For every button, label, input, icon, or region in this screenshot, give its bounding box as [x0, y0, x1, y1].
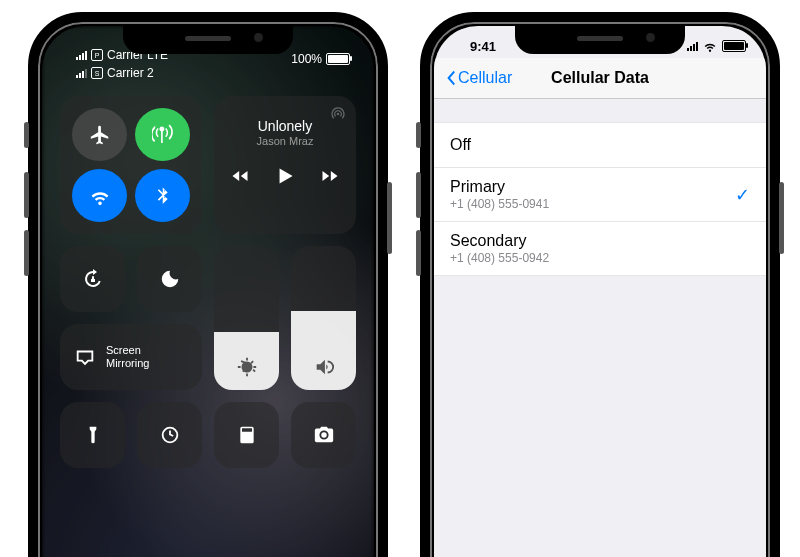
calculator-icon [237, 424, 257, 446]
volume-down-button [24, 230, 29, 276]
timer-button[interactable] [137, 402, 202, 468]
option-off[interactable]: Off [434, 122, 766, 168]
option-label: Primary [450, 178, 750, 196]
bluetooth-icon [152, 185, 174, 207]
wifi-button[interactable] [72, 169, 127, 222]
cellular-data-options: Off Primary +1 (408) 555-0941 ✓ Secondar… [434, 122, 766, 276]
airplay-audio-icon [330, 106, 346, 122]
calculator-button[interactable] [214, 402, 279, 468]
play-button[interactable] [272, 163, 298, 189]
signal-bars-primary [76, 50, 87, 60]
airplane-mode-button[interactable] [72, 108, 127, 161]
phone-control-center: P Carrier LTE S Carrier 2 100% [28, 12, 388, 557]
next-track-button[interactable] [320, 166, 340, 186]
now-playing-artist: Jason Mraz [226, 135, 344, 147]
screen-mirroring-label: Screen Mirroring [106, 344, 149, 370]
prev-track-button[interactable] [230, 166, 250, 186]
nav-bar: Cellular Cellular Data [434, 58, 766, 99]
cellular-data-button[interactable] [135, 108, 190, 161]
do-not-disturb-button[interactable] [137, 246, 202, 312]
option-number: +1 (408) 555-0942 [450, 251, 750, 265]
orientation-lock-button[interactable] [60, 246, 125, 312]
option-label: Off [450, 136, 750, 154]
battery-icon [326, 53, 350, 65]
carrier-secondary-label: Carrier 2 [107, 66, 154, 80]
volume-slider[interactable] [291, 246, 356, 390]
option-primary[interactable]: Primary +1 (408) 555-0941 ✓ [434, 168, 766, 222]
connectivity-tile[interactable] [60, 96, 202, 234]
orientation-lock-icon [81, 267, 105, 291]
option-label: Secondary [450, 232, 750, 250]
bluetooth-button[interactable] [135, 169, 190, 222]
checkmark-icon: ✓ [735, 184, 750, 206]
wifi-icon [703, 39, 717, 53]
camera-button[interactable] [291, 402, 356, 468]
phone-settings: 9:41 Cellular Cellular Data Off [420, 12, 780, 557]
moon-icon [159, 268, 181, 290]
flashlight-icon [83, 423, 103, 447]
timer-icon [159, 424, 181, 446]
airplane-icon [89, 124, 111, 146]
brightness-slider[interactable] [214, 246, 279, 390]
mute-switch [416, 122, 421, 148]
battery-icon [722, 40, 746, 52]
volume-icon [313, 356, 335, 378]
signal-bars [687, 41, 698, 51]
chevron-left-icon [444, 69, 456, 87]
battery-percent: 100% [291, 52, 322, 66]
music-tile[interactable]: Unlonely Jason Mraz [214, 96, 356, 234]
now-playing-title: Unlonely [226, 118, 344, 134]
sim-primary-badge: P [91, 49, 103, 61]
status-time: 9:41 [470, 39, 496, 54]
volume-down-button [416, 230, 421, 276]
antenna-icon [152, 124, 174, 146]
flashlight-button[interactable] [60, 402, 125, 468]
mute-switch [24, 122, 29, 148]
sim-secondary-badge: S [91, 67, 103, 79]
volume-up-button [24, 172, 29, 218]
camera-icon [312, 424, 336, 446]
signal-bars-secondary [76, 68, 87, 78]
back-label: Cellular [458, 69, 512, 87]
screen-mirroring-button[interactable]: Screen Mirroring [60, 324, 202, 390]
back-button[interactable]: Cellular [444, 69, 512, 87]
screen-mirroring-icon [74, 346, 96, 368]
option-secondary[interactable]: Secondary +1 (408) 555-0942 [434, 222, 766, 276]
brightness-icon [236, 356, 258, 378]
wifi-icon [89, 185, 111, 207]
option-number: +1 (408) 555-0941 [450, 197, 750, 211]
power-button [387, 182, 392, 254]
volume-up-button [416, 172, 421, 218]
power-button [779, 182, 784, 254]
